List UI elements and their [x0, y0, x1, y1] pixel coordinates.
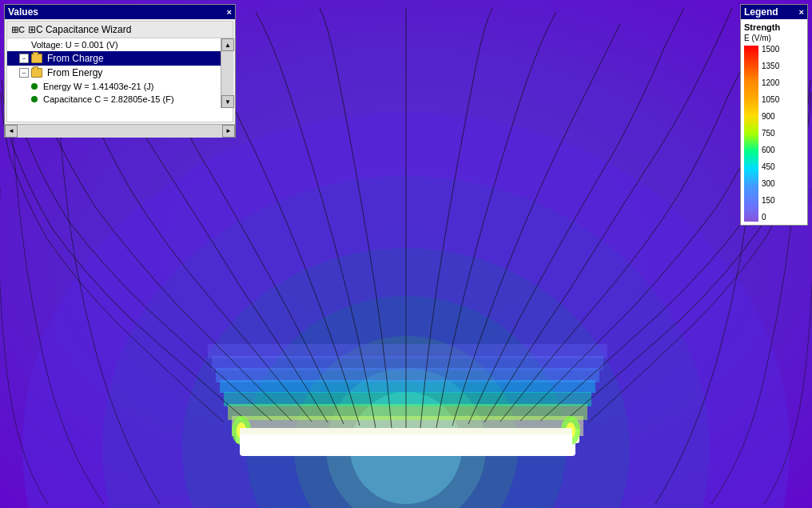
legend-unit-label: E (V/m)	[744, 34, 804, 42]
svg-rect-23	[744, 46, 758, 222]
energy-dot-icon	[31, 83, 38, 90]
legend-value-150: 150	[762, 197, 779, 205]
legend-strength-label: Strength	[744, 22, 804, 32]
legend-panel: Legend × Strength E (V/m)	[740, 4, 808, 226]
legend-value-600: 600	[762, 146, 779, 154]
vertical-scrollbar: ▲ ▼	[221, 38, 233, 108]
capacitance-icon: ⊞C	[11, 25, 25, 35]
legend-labels: 1500 1350 1200 1050 900 750 600 450 300 …	[762, 46, 779, 222]
from-charge-item[interactable]: − From Charge	[7, 51, 233, 66]
scroll-down-button[interactable]: ▼	[221, 95, 234, 108]
capacitance-item[interactable]: Capacitance C = 2.82805e-15 (F)	[7, 93, 233, 106]
scroll-left-button[interactable]: ◄	[5, 125, 18, 138]
legend-value-1500: 1500	[762, 46, 779, 54]
legend-value-1200: 1200	[762, 79, 779, 87]
legend-value-1350: 1350	[762, 62, 779, 70]
legend-title: Legend	[744, 6, 778, 18]
legend-close-button[interactable]: ×	[799, 7, 804, 17]
scroll-up-button[interactable]: ▲	[221, 38, 234, 51]
energy-label: Energy W = 1.41403e-21 (J)	[43, 82, 154, 91]
values-title: Values	[8, 6, 38, 18]
legend-value-1050: 1050	[762, 96, 779, 104]
values-close-button[interactable]: ×	[227, 7, 232, 17]
from-energy-folder-icon	[31, 68, 42, 78]
panel-spacer	[7, 106, 233, 122]
from-energy-item[interactable]: − From Energy	[7, 66, 233, 80]
legend-value-900: 900	[762, 113, 779, 121]
values-body: ⊞C ⊞C Capacitance Wizard Voltage: U = 0.…	[6, 21, 233, 122]
voltage-label: Voltage: U = 0.001 (V)	[31, 40, 118, 50]
scroll-right-button[interactable]: ►	[222, 125, 235, 138]
from-energy-expander[interactable]: −	[19, 68, 29, 78]
values-titlebar: Values ×	[5, 5, 235, 19]
wizard-label: ⊞C Capacitance Wizard	[28, 24, 131, 35]
legend-body: Strength E (V/m)	[741, 19, 807, 225]
from-energy-label: From Energy	[47, 67, 102, 78]
legend-value-300: 300	[762, 180, 779, 188]
capacitance-wizard-header: ⊞C ⊞C Capacitance Wizard	[7, 22, 233, 38]
horizontal-scrollbar: ◄ ►	[5, 124, 235, 137]
legend-value-450: 450	[762, 163, 779, 171]
capacitance-dot-icon	[31, 96, 38, 102]
capacitance-label: Capacitance C = 2.82805e-15 (F)	[43, 94, 174, 104]
values-panel: Values × ⊞C ⊞C Capacitance Wizard Voltag…	[4, 4, 236, 138]
from-charge-expander[interactable]: −	[19, 54, 29, 63]
legend-color-bar	[744, 46, 758, 222]
voltage-item[interactable]: Voltage: U = 0.001 (V)	[7, 38, 233, 51]
from-charge-folder-icon	[31, 54, 42, 63]
svg-rect-16	[208, 344, 607, 358]
legend-titlebar: Legend ×	[741, 5, 807, 19]
energy-item[interactable]: Energy W = 1.41403e-21 (J)	[7, 80, 233, 93]
svg-rect-22	[240, 428, 572, 434]
legend-bar-container: 1500 1350 1200 1050 900 750 600 450 300 …	[744, 46, 804, 222]
scroll-track	[221, 51, 233, 95]
legend-value-750: 750	[762, 130, 779, 138]
from-charge-label: From Charge	[47, 53, 104, 64]
scroll-htrack	[18, 125, 222, 138]
legend-value-0: 0	[762, 214, 779, 222]
